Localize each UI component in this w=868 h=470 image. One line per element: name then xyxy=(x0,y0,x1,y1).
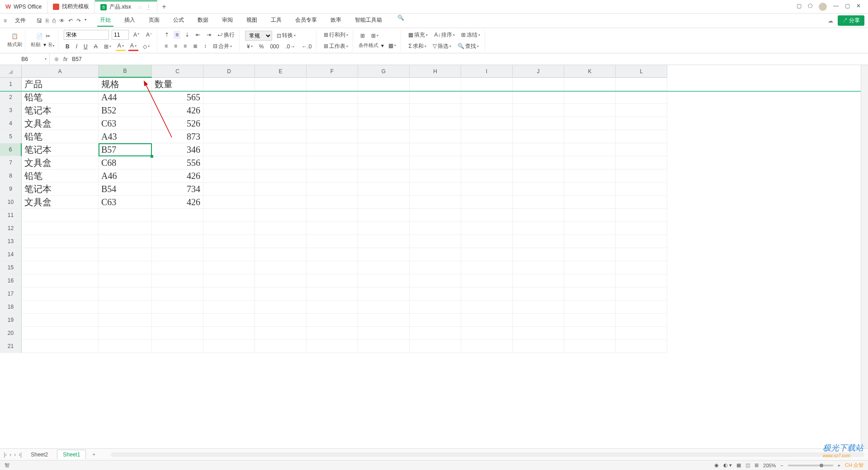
indent-inc-button[interactable]: ⇥ xyxy=(205,31,213,39)
zoom-box-icon[interactable]: ⊕ xyxy=(54,56,59,62)
theme-icon[interactable]: ◐ ▾ xyxy=(723,462,732,468)
cell-C2[interactable]: 565 xyxy=(152,91,203,104)
cell-I3[interactable] xyxy=(461,104,513,117)
cell-D3[interactable] xyxy=(203,104,255,117)
cell-F9[interactable] xyxy=(307,183,358,196)
cell-I9[interactable] xyxy=(461,183,513,196)
column-header-C[interactable]: C xyxy=(152,65,203,78)
column-header-H[interactable]: H xyxy=(410,65,461,78)
cell-C16[interactable] xyxy=(152,274,203,287)
cell-K12[interactable] xyxy=(564,222,616,235)
cell-K4[interactable] xyxy=(564,117,616,130)
cell-L14[interactable] xyxy=(616,248,667,261)
cell-J19[interactable] xyxy=(513,314,564,327)
cell-K15[interactable] xyxy=(564,261,616,274)
window-minimize-button[interactable]: — xyxy=(833,3,839,11)
cell-A12[interactable] xyxy=(22,222,99,235)
cell-J2[interactable] xyxy=(513,91,564,104)
align-left-button[interactable]: ≡ xyxy=(163,42,170,50)
cell-F11[interactable] xyxy=(307,209,358,222)
align-middle-button[interactable]: ≡ xyxy=(174,31,180,39)
paste-label[interactable]: 粘贴 xyxy=(31,41,41,48)
cell-E3[interactable] xyxy=(255,104,307,117)
tab-app-home[interactable]: W WPS Office xyxy=(0,0,47,13)
cell-E14[interactable] xyxy=(255,248,307,261)
cell-J1[interactable] xyxy=(513,78,564,91)
cell-I14[interactable] xyxy=(461,248,513,261)
cell-B11[interactable] xyxy=(99,209,152,222)
cell-E17[interactable] xyxy=(255,287,307,301)
row-header-15[interactable]: 15 xyxy=(0,261,22,274)
cell-B21[interactable] xyxy=(99,340,152,353)
row-header-13[interactable]: 13 xyxy=(0,235,22,248)
cell-F8[interactable] xyxy=(307,169,358,183)
clear-format-button[interactable]: ◇▾ xyxy=(141,42,151,51)
column-header-G[interactable]: G xyxy=(358,65,410,78)
cell-H7[interactable] xyxy=(410,156,461,169)
merge-button[interactable]: ⊟ 合并▾ xyxy=(211,42,234,51)
currency-button[interactable]: ¥▾ xyxy=(245,42,255,51)
cell-E2[interactable] xyxy=(255,91,307,104)
cell-I4[interactable] xyxy=(461,117,513,130)
sheet-tab-sheet1[interactable]: Sheet1 xyxy=(57,450,86,459)
cell-B4[interactable]: C63 xyxy=(99,117,152,130)
sheet-tab-sheet2[interactable]: Sheet2 xyxy=(25,450,53,459)
cell-D17[interactable] xyxy=(203,287,255,301)
cell-D11[interactable] xyxy=(203,209,255,222)
cell-F20[interactable] xyxy=(307,327,358,340)
border-button[interactable]: ⊞▾ xyxy=(102,42,113,51)
cell-J11[interactable] xyxy=(513,209,564,222)
cell-G12[interactable] xyxy=(358,222,410,235)
cell-C9[interactable]: 734 xyxy=(152,183,203,196)
cell-E18[interactable] xyxy=(255,301,307,314)
cell-H5[interactable] xyxy=(410,130,461,143)
cell-G18[interactable] xyxy=(358,301,410,314)
cell-D5[interactable] xyxy=(203,130,255,143)
cell-G20[interactable] xyxy=(358,327,410,340)
cell-L20[interactable] xyxy=(616,327,667,340)
tab-add-button[interactable]: + xyxy=(157,3,170,11)
ribbon-tab-data[interactable]: 数据 xyxy=(195,14,211,27)
cloud-icon[interactable]: ☁ xyxy=(828,18,833,24)
cell-A21[interactable] xyxy=(22,340,99,353)
cell-J9[interactable] xyxy=(513,183,564,196)
column-header-L[interactable]: L xyxy=(616,65,667,78)
cell-G5[interactable] xyxy=(358,130,410,143)
cell-K6[interactable] xyxy=(564,143,616,156)
cell-C18[interactable] xyxy=(152,301,203,314)
row-header-8[interactable]: 8 xyxy=(0,169,22,183)
cell-D2[interactable] xyxy=(203,91,255,104)
cell-G1[interactable] xyxy=(358,78,410,91)
percent-button[interactable]: % xyxy=(257,42,266,51)
cell-L18[interactable] xyxy=(616,301,667,314)
cell-E6[interactable] xyxy=(255,143,307,156)
cell-L16[interactable] xyxy=(616,274,667,287)
name-box[interactable]: B6 ▾ xyxy=(0,53,50,65)
paste-dropdown-icon[interactable]: ▾ xyxy=(43,42,46,48)
worksheet-button[interactable]: ⊞ 工作表▾ xyxy=(322,42,350,51)
cell-D19[interactable] xyxy=(203,314,255,327)
ribbon-tab-review[interactable]: 审阅 xyxy=(219,14,236,27)
cell-E13[interactable] xyxy=(255,235,307,248)
ribbon-tab-member[interactable]: 会员专享 xyxy=(292,14,320,27)
thousands-button[interactable]: 000 xyxy=(268,42,281,51)
cell-G10[interactable] xyxy=(358,196,410,209)
cell-C8[interactable]: 426 xyxy=(152,169,203,183)
cell-C20[interactable] xyxy=(152,327,203,340)
column-header-A[interactable]: A xyxy=(22,65,99,78)
row-header-12[interactable]: 12 xyxy=(0,222,22,235)
cell-C7[interactable]: 556 xyxy=(152,156,203,169)
cell-B2[interactable]: A44 xyxy=(99,91,152,104)
cell-B16[interactable] xyxy=(99,274,152,287)
cell-A17[interactable] xyxy=(22,287,99,301)
cell-F10[interactable] xyxy=(307,196,358,209)
sheet-nav-prev-icon[interactable]: ‹ xyxy=(9,451,11,458)
cell-B20[interactable] xyxy=(99,327,152,340)
cell-F16[interactable] xyxy=(307,274,358,287)
row-header-19[interactable]: 19 xyxy=(0,314,22,327)
bold-button[interactable]: B xyxy=(64,42,71,51)
align-bottom-button[interactable]: ⇣ xyxy=(183,31,191,39)
cell-C3[interactable]: 426 xyxy=(152,104,203,117)
cell-A20[interactable] xyxy=(22,327,99,340)
vertical-scrollbar[interactable] xyxy=(861,65,868,448)
